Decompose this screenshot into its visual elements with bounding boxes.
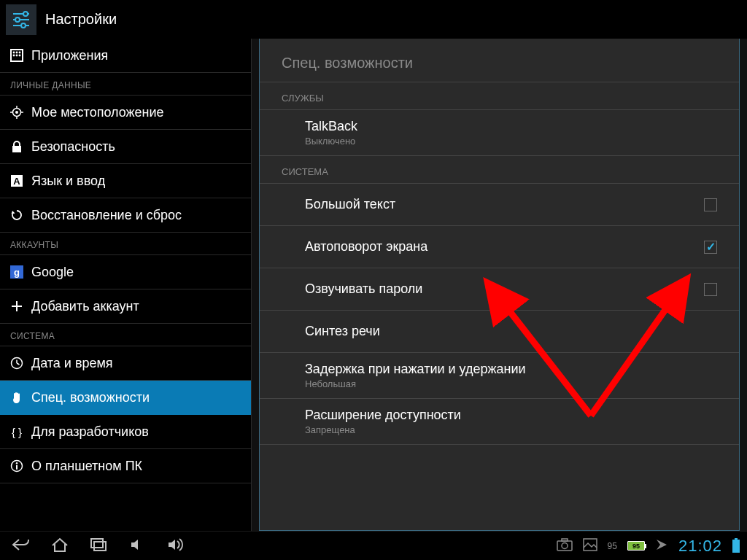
sidebar-item-location[interactable]: Мое местоположение (0, 96, 251, 130)
svg-point-8 (13, 52, 15, 54)
notification-icon[interactable] (655, 538, 668, 554)
svg-point-39 (562, 542, 568, 548)
camera-icon[interactable] (557, 538, 573, 554)
row-accessibility-ext[interactable]: Расширение доступности Запрещена (260, 399, 739, 445)
app-header: Настройки (0, 0, 747, 39)
row-subtitle: Выключено (305, 136, 717, 147)
apps-icon (10, 49, 23, 62)
row-title: Синтез речи (305, 324, 717, 339)
location-icon (10, 106, 23, 119)
sidebar-category-system: СИСТЕМА (0, 324, 251, 346)
svg-point-11 (13, 55, 15, 57)
recents-button[interactable] (88, 537, 109, 556)
svg-point-3 (15, 18, 20, 22)
svg-text:A: A (13, 176, 20, 187)
svg-rect-33 (16, 465, 18, 470)
restore-icon (10, 209, 23, 222)
row-large-text[interactable]: Большой текст (260, 184, 739, 226)
sidebar-category-personal: ЛИЧНЫЕ ДАННЫЕ (0, 73, 251, 96)
home-button[interactable] (50, 537, 70, 556)
checkbox-speak-passwords[interactable] (704, 283, 717, 296)
svg-point-9 (16, 52, 18, 54)
row-title: Расширение доступности (305, 408, 717, 423)
plus-icon (10, 300, 23, 313)
section-services: СЛУЖБЫ (260, 82, 739, 110)
svg-point-13 (19, 55, 21, 57)
language-icon: A (10, 174, 23, 187)
sidebar-item-accessibility[interactable]: Спец. возможности (0, 381, 251, 415)
sidebar-item-label: Google (31, 265, 74, 280)
sidebar-category-accounts: АККАУНТЫ (0, 233, 251, 255)
svg-rect-35 (94, 542, 106, 551)
settings-sidebar: Приложения ЛИЧНЫЕ ДАННЫЕ Мое местоположе… (0, 39, 252, 531)
sidebar-item-backup[interactable]: Восстановление и сброс (0, 198, 251, 233)
battery-icon (732, 540, 740, 553)
back-button[interactable] (11, 537, 31, 556)
section-system: СИСТЕМА (260, 156, 739, 184)
row-title: Озвучивать пароли (305, 281, 704, 297)
row-talkback[interactable]: TalkBack Выключено (260, 110, 739, 156)
picture-icon[interactable] (583, 538, 597, 554)
sidebar-item-label: Приложения (31, 48, 108, 63)
sidebar-item-security[interactable]: Безопасность (0, 130, 251, 164)
row-tts[interactable]: Синтез речи (260, 311, 739, 353)
sidebar-item-google[interactable]: g Google (0, 255, 251, 289)
volume-up-button[interactable] (166, 537, 186, 556)
row-title: TalkBack (305, 119, 717, 134)
svg-rect-40 (562, 539, 568, 541)
info-icon (10, 459, 23, 472)
row-title: Задержка при нажатии и удержании (305, 362, 717, 377)
row-auto-rotate[interactable]: Автоповорот экрана (260, 226, 739, 268)
svg-point-15 (15, 111, 18, 114)
sidebar-item-datetime[interactable]: Дата и время (0, 346, 251, 381)
lock-icon (10, 140, 23, 153)
sidebar-item-label: О планшетном ПК (31, 459, 142, 474)
svg-point-5 (21, 23, 26, 28)
clock[interactable]: 21:02 (678, 537, 722, 556)
row-touch-hold-delay[interactable]: Задержка при нажатии и удержании Небольш… (260, 353, 739, 399)
sidebar-item-label: Дата и время (31, 356, 113, 371)
system-navbar: 95 95 21:02 (0, 531, 747, 560)
svg-point-12 (16, 55, 18, 57)
checkbox-auto-rotate[interactable] (704, 241, 717, 254)
svg-marker-37 (169, 540, 175, 550)
row-speak-passwords[interactable]: Озвучивать пароли (260, 268, 739, 311)
battery-label: 95 (608, 541, 617, 551)
settings-icon (6, 4, 36, 35)
sidebar-item-language[interactable]: A Язык и ввод (0, 164, 251, 198)
svg-marker-36 (131, 540, 138, 550)
sidebar-item-about[interactable]: О планшетном ПК (0, 449, 251, 483)
checkbox-large-text[interactable] (704, 198, 717, 211)
battery-badge: 95 (627, 541, 645, 551)
sidebar-item-add-account[interactable]: Добавить аккаунт (0, 289, 251, 324)
sidebar-item-label: Добавить аккаунт (31, 299, 139, 314)
sidebar-item-label: Безопасность (31, 139, 115, 155)
content-title: Спец. возможности (260, 39, 739, 82)
sidebar-item-apps[interactable]: Приложения (0, 39, 251, 73)
svg-marker-42 (657, 540, 667, 550)
sidebar-item-label: Для разработчиков (31, 424, 149, 440)
svg-rect-34 (91, 539, 103, 548)
svg-point-1 (23, 12, 28, 16)
sidebar-item-label: Язык и ввод (31, 174, 105, 189)
sidebar-item-label: Мое местоположение (31, 105, 164, 120)
row-title: Большой текст (305, 197, 704, 212)
row-subtitle: Запрещена (305, 424, 717, 435)
row-subtitle: Небольшая (305, 378, 717, 389)
braces-icon: { } (10, 425, 23, 438)
google-icon: g (10, 265, 23, 279)
svg-text:g: g (14, 267, 20, 278)
page-title: Настройки (45, 11, 117, 28)
content-pane: Спец. возможности СЛУЖБЫ TalkBack Выключ… (252, 39, 747, 531)
svg-marker-23 (12, 211, 15, 214)
row-title: Автоповорот экрана (305, 239, 704, 254)
svg-point-32 (16, 462, 18, 464)
svg-rect-20 (12, 146, 21, 152)
sidebar-item-label: Восстановление и сброс (31, 208, 182, 223)
svg-line-30 (17, 363, 20, 365)
sidebar-item-label: Спец. возможности (31, 390, 150, 405)
volume-down-button[interactable] (127, 537, 147, 556)
sidebar-item-developer[interactable]: { } Для разработчиков (0, 415, 251, 449)
svg-point-10 (19, 52, 21, 54)
clock-icon (10, 357, 23, 370)
